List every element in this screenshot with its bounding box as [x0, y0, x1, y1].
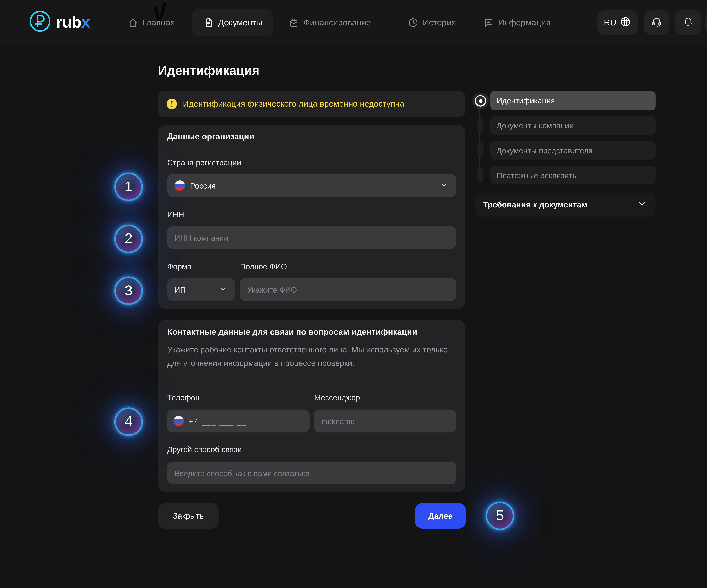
clock-icon: [408, 17, 419, 28]
nav-item-home[interactable]: Главная: [127, 10, 175, 35]
stepper-connector-line: [479, 107, 480, 175]
form-label: Форма: [167, 262, 192, 271]
contact-data-card: Контактные данные для связи по вопросам …: [158, 320, 466, 492]
russia-flag-icon: [173, 416, 184, 426]
topbar-divider: [0, 45, 707, 45]
nav-item-label: Документы: [218, 18, 262, 27]
phone-label: Телефон: [167, 393, 200, 402]
inn-input[interactable]: [167, 226, 456, 249]
step-identification[interactable]: Идентификация: [491, 91, 655, 110]
inn-label: ИНН: [167, 210, 184, 219]
language-code: RU: [604, 18, 616, 28]
chevron-down-icon: [218, 284, 228, 295]
chevron-down-icon: [439, 180, 449, 191]
other-contact-label: Другой способ связи: [167, 445, 242, 454]
phone-mask: ___ ___-__: [202, 417, 247, 425]
section-title: Данные организации: [167, 132, 254, 141]
nav-item-label: Финансирование: [303, 18, 371, 28]
tour-badge-4: 4: [114, 407, 143, 436]
country-value: Россия: [190, 181, 215, 190]
nav-item-financing[interactable]: Финансирование: [288, 10, 371, 35]
other-contact-input[interactable]: [167, 461, 456, 484]
home-icon: [127, 17, 138, 28]
step-dot: [477, 167, 483, 183]
fio-input[interactable]: [240, 278, 456, 301]
warning-icon: !: [167, 99, 177, 109]
nav-item-history[interactable]: История: [408, 10, 456, 35]
nav-item-documents[interactable]: Документы: [192, 9, 273, 36]
brand-logo[interactable]: rubx: [29, 11, 90, 34]
warning-text: Идентификация физического лица временно …: [183, 99, 404, 109]
step-company-documents[interactable]: Документы компании: [491, 117, 655, 135]
ruble-logo-icon: [29, 10, 52, 35]
brand-name: rubx: [56, 11, 90, 34]
top-navigation-bar: rubx Главная Документы: [0, 0, 707, 45]
warning-banner: ! Идентификация физического лица временн…: [158, 91, 466, 117]
step-dot: [477, 142, 483, 158]
chevron-down-icon: [637, 198, 647, 211]
headset-icon: [651, 16, 662, 29]
chat-bubble-icon: [483, 17, 494, 28]
user-account-button[interactable]: MM Maksim ID: 312344: [705, 10, 707, 35]
organization-data-card: Данные организации Страна регистрации Ро…: [158, 125, 466, 309]
active-step-radio-icon: [475, 95, 486, 106]
russia-flag-icon: [174, 181, 185, 191]
nav-item-information[interactable]: Информация: [483, 10, 550, 35]
bell-icon: [682, 16, 694, 29]
globe-icon: [620, 16, 631, 29]
step-dot: [477, 118, 483, 134]
tour-badge-3: 3: [114, 276, 143, 305]
section-description: Укажите рабочие контакты ответственного …: [167, 343, 452, 370]
nav-item-label: Главная: [142, 18, 175, 28]
document-icon: [203, 17, 214, 28]
support-button[interactable]: [644, 10, 669, 35]
country-select[interactable]: Россия: [167, 174, 456, 197]
document-requirements-toggle[interactable]: Требования к документам: [475, 193, 655, 217]
messenger-input[interactable]: [314, 410, 456, 432]
next-button[interactable]: Далее: [415, 503, 466, 529]
tour-badge-2: 2: [114, 225, 143, 253]
tour-badge-1: 1: [114, 173, 143, 201]
form-select[interactable]: ИП: [167, 278, 235, 301]
step-representative-documents[interactable]: Документы представителя: [491, 141, 655, 160]
section-title: Контактные данные для связи по вопросам …: [167, 327, 458, 337]
fio-label: Полное ФИО: [240, 262, 287, 271]
country-label: Страна регистрации: [167, 158, 241, 167]
tour-badge-5: 5: [486, 501, 514, 530]
requirements-label: Требования к документам: [483, 200, 587, 209]
messenger-label: Мессенджер: [314, 393, 360, 402]
nav-item-label: История: [423, 18, 456, 28]
page-title: Идентификация: [158, 63, 260, 78]
phone-input[interactable]: +7 ___ ___-__: [167, 410, 310, 432]
notifications-button[interactable]: [675, 10, 701, 35]
form-value: ИП: [174, 285, 186, 294]
step-payment-details[interactable]: Платежные реквизиты: [491, 166, 655, 185]
language-switcher[interactable]: RU: [597, 10, 638, 35]
close-button[interactable]: Закрыть: [158, 503, 219, 529]
app-window: rubx Главная Документы: [0, 0, 707, 588]
nav-item-label: Информация: [498, 18, 550, 28]
briefcase-icon: [288, 17, 299, 28]
phone-code: +7: [189, 417, 197, 425]
